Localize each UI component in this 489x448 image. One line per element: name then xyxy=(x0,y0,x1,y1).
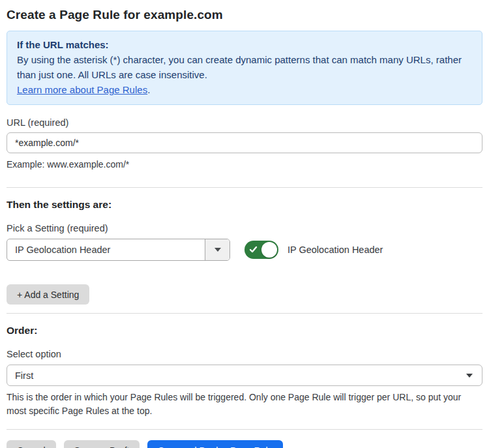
order-helper-text: This is the order in which your Page Rul… xyxy=(7,391,482,418)
divider xyxy=(7,313,482,314)
setting-row: IP Geolocation Header IP Geolocation Hea… xyxy=(7,239,482,261)
link-period: . xyxy=(147,84,150,95)
url-field-label: URL (required) xyxy=(7,117,482,128)
chevron-down-icon xyxy=(215,248,221,252)
chevron-down-icon xyxy=(466,374,473,378)
add-setting-button[interactable]: + Add a Setting xyxy=(7,284,89,305)
url-match-info-box: If the URL matches: By using the asteris… xyxy=(7,31,482,105)
page-title: Create a Page Rule for example.com xyxy=(7,8,482,22)
info-box-body: By using the asterisk (*) character, you… xyxy=(17,52,472,82)
url-input[interactable] xyxy=(7,132,482,153)
save-as-draft-button[interactable]: Save as Draft xyxy=(64,440,140,448)
footer-actions: Cancel Save as Draft Save and Deploy Pag… xyxy=(7,440,482,448)
settings-section-heading: Then the settings are: xyxy=(7,199,482,211)
order-select-value: First xyxy=(15,370,33,381)
pick-setting-label: Pick a Setting (required) xyxy=(7,223,482,233)
divider xyxy=(7,187,482,188)
toggle-label: IP Geolocation Header xyxy=(288,245,383,255)
order-section-heading: Order: xyxy=(7,325,482,336)
info-box-heading: If the URL matches: xyxy=(17,37,472,52)
divider xyxy=(7,429,482,430)
info-box-link-line: Learn more about Page Rules. xyxy=(17,82,472,97)
save-and-deploy-button[interactable]: Save and Deploy Page Rule xyxy=(147,440,283,448)
cancel-button[interactable]: Cancel xyxy=(7,440,56,448)
order-select[interactable]: First xyxy=(7,365,482,386)
toggle-wrap: IP Geolocation Header xyxy=(244,241,383,259)
toggle-knob xyxy=(261,242,277,258)
ip-geolocation-toggle[interactable] xyxy=(244,241,278,259)
select-option-label: Select option xyxy=(7,349,482,359)
learn-more-link[interactable]: Learn more about Page Rules xyxy=(17,84,147,95)
url-field-helper: Example: www.example.com/* xyxy=(7,158,482,172)
setting-picker-arrow-button[interactable] xyxy=(205,239,230,260)
create-page-rule-form: Create a Page Rule for example.com If th… xyxy=(0,0,489,448)
setting-picker-value: IP Geolocation Header xyxy=(7,239,205,260)
setting-picker[interactable]: IP Geolocation Header xyxy=(7,239,230,261)
check-icon xyxy=(249,245,258,254)
